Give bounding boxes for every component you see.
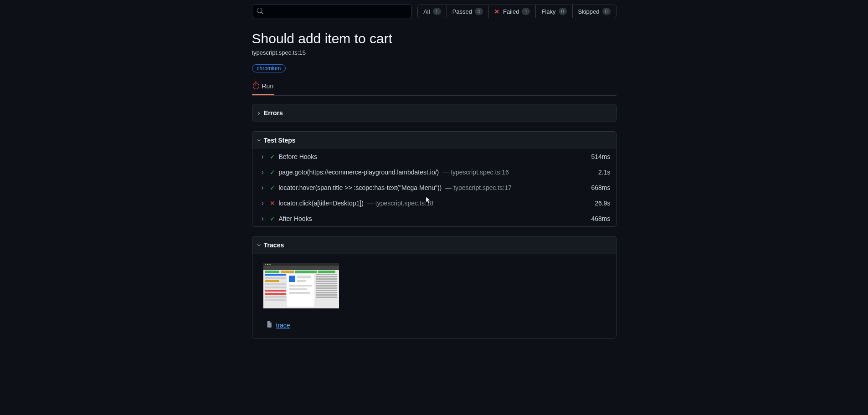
- trace-link[interactable]: trace: [276, 322, 290, 329]
- filter-count-badge: 0: [559, 8, 567, 15]
- filter-passed[interactable]: Passed 0: [447, 5, 489, 18]
- stopwatch-icon: [253, 83, 259, 89]
- trace-link-row: trace: [263, 321, 605, 329]
- tab-label: Run: [262, 82, 274, 90]
- search-input[interactable]: [267, 8, 407, 15]
- step-time: 2.1s: [598, 169, 610, 176]
- search-icon: [257, 8, 263, 15]
- filter-label: All: [423, 8, 430, 15]
- tab-run[interactable]: Run: [252, 80, 275, 95]
- step-text: After Hooks: [279, 215, 312, 222]
- traces-header[interactable]: Traces: [252, 236, 616, 254]
- step-meta: — typescript.spec.ts:17: [445, 184, 512, 191]
- step-time: 668ms: [591, 184, 610, 191]
- filter-label: Skipped: [578, 8, 600, 15]
- chevron-right-icon: ›: [262, 199, 266, 207]
- search-box[interactable]: [252, 5, 412, 18]
- file-location: typescript.spec.ts:15: [252, 49, 616, 56]
- section-title: Test Steps: [264, 137, 296, 144]
- x-icon: ✕: [270, 200, 275, 207]
- step-time: 26.9s: [595, 200, 610, 207]
- filter-flaky[interactable]: Flaky 0: [536, 5, 572, 18]
- errors-panel: Errors: [252, 104, 616, 122]
- chevron-right-icon: ›: [262, 168, 266, 176]
- filter-skipped[interactable]: Skipped 0: [573, 5, 616, 18]
- x-icon: ✕: [494, 8, 499, 15]
- page-title: Should add item to cart: [252, 31, 616, 46]
- toolbar: All 1 Passed 0 ✕ Failed 1 Flaky 0 Skippe…: [252, 5, 616, 18]
- trace-body: trace: [252, 254, 616, 338]
- chevron-right-icon: ›: [262, 153, 266, 161]
- tabs: Run: [252, 80, 616, 96]
- step-text: page.goto(https://ecommerce-playground.l…: [279, 169, 439, 176]
- filter-label: Flaky: [541, 8, 555, 15]
- filter-label: Passed: [452, 8, 472, 15]
- check-icon: ✓: [270, 215, 275, 222]
- project-tag[interactable]: chromium: [252, 64, 286, 72]
- step-row[interactable]: › ✓ page.goto(https://ecommerce-playgrou…: [252, 164, 616, 180]
- errors-header[interactable]: Errors: [252, 104, 616, 122]
- step-time: 468ms: [591, 215, 610, 222]
- step-text: locator.click(a[title=Desktop1]): [279, 200, 364, 207]
- test-steps-panel: Test Steps › ✓ Before Hooks 514ms › ✓ pa…: [252, 131, 616, 227]
- step-time: 514ms: [591, 153, 610, 160]
- filter-label: Failed: [503, 8, 519, 15]
- check-icon: ✓: [270, 153, 275, 160]
- step-row[interactable]: › ✓ After Hooks 468ms: [252, 211, 616, 226]
- step-text: locator.hover(span.title >> :scope:has-t…: [279, 184, 442, 191]
- chevron-right-icon: [258, 109, 260, 117]
- filter-count-badge: 1: [522, 8, 530, 15]
- filter-count-badge: 0: [602, 8, 611, 15]
- step-meta: — typescript.spec.ts:16: [442, 169, 509, 176]
- section-title: Errors: [264, 109, 283, 117]
- file-icon: [266, 321, 272, 329]
- traces-panel: Traces: [252, 236, 616, 338]
- filter-count-badge: 1: [433, 8, 441, 15]
- test-steps-header[interactable]: Test Steps: [252, 132, 616, 149]
- step-text: Before Hooks: [279, 153, 318, 160]
- section-title: Traces: [264, 241, 284, 249]
- chevron-down-icon: [258, 136, 260, 144]
- check-icon: ✓: [270, 169, 275, 176]
- chevron-right-icon: ›: [262, 215, 266, 223]
- chevron-right-icon: ›: [262, 184, 266, 192]
- filter-bar: All 1 Passed 0 ✕ Failed 1 Flaky 0 Skippe…: [417, 5, 616, 18]
- step-row[interactable]: › ✓ Before Hooks 514ms: [252, 149, 616, 164]
- filter-count-badge: 0: [475, 8, 483, 15]
- step-list: › ✓ Before Hooks 514ms › ✓ page.goto(htt…: [252, 149, 616, 226]
- chevron-down-icon: [258, 241, 260, 249]
- check-icon: ✓: [270, 184, 275, 191]
- step-row[interactable]: › ✓ locator.hover(span.title >> :scope:h…: [252, 180, 616, 195]
- filter-all[interactable]: All 1: [418, 5, 447, 18]
- step-meta: — typescript.spec.ts:18: [367, 200, 434, 207]
- step-row[interactable]: › ✕ locator.click(a[title=Desktop1]) — t…: [252, 195, 616, 211]
- trace-thumbnail[interactable]: [263, 263, 339, 308]
- filter-failed[interactable]: ✕ Failed 1: [489, 5, 536, 18]
